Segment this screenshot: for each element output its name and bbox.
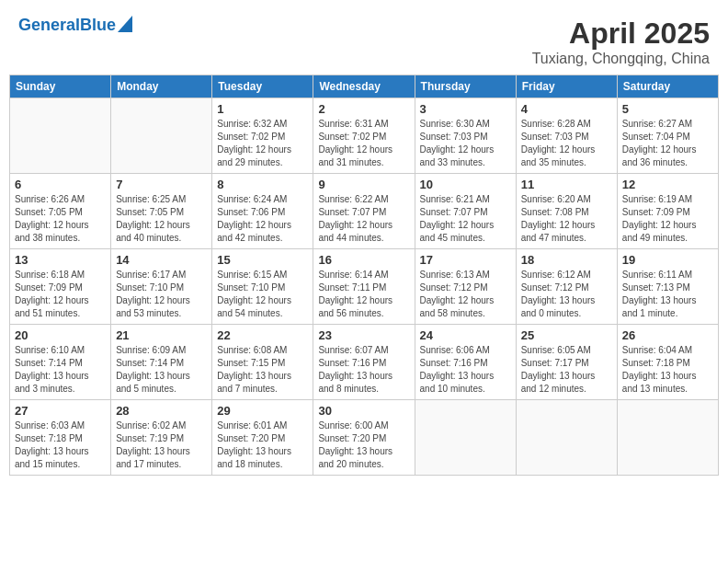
day-number: 2 — [318, 102, 409, 116]
calendar-day-cell — [10, 98, 111, 174]
calendar-week-row: 1Sunrise: 6:32 AM Sunset: 7:02 PM Daylig… — [10, 98, 719, 174]
calendar-day-cell: 30Sunrise: 6:00 AM Sunset: 7:20 PM Dayli… — [313, 400, 415, 476]
svg-marker-0 — [118, 16, 132, 32]
day-info: Sunrise: 6:21 AM Sunset: 7:07 PM Dayligh… — [420, 193, 511, 245]
day-number: 19 — [622, 253, 713, 267]
day-number: 27 — [15, 404, 106, 418]
calendar-day-cell: 22Sunrise: 6:08 AM Sunset: 7:15 PM Dayli… — [212, 325, 313, 400]
logo-general: General — [18, 16, 80, 34]
day-number: 5 — [622, 102, 713, 116]
day-info: Sunrise: 6:24 AM Sunset: 7:06 PM Dayligh… — [217, 193, 308, 245]
day-info: Sunrise: 6:30 AM Sunset: 7:03 PM Dayligh… — [420, 118, 511, 169]
day-info: Sunrise: 6:22 AM Sunset: 7:07 PM Dayligh… — [318, 193, 409, 245]
day-of-week-header: Sunday — [10, 75, 111, 98]
day-info: Sunrise: 6:01 AM Sunset: 7:20 PM Dayligh… — [217, 419, 308, 471]
calendar-day-cell: 8Sunrise: 6:24 AM Sunset: 7:06 PM Daylig… — [212, 174, 313, 249]
day-number: 3 — [420, 102, 511, 116]
day-of-week-header: Friday — [516, 75, 617, 98]
day-info: Sunrise: 6:20 AM Sunset: 7:08 PM Dayligh… — [521, 193, 612, 245]
calendar-day-cell: 21Sunrise: 6:09 AM Sunset: 7:14 PM Dayli… — [111, 325, 212, 400]
day-info: Sunrise: 6:18 AM Sunset: 7:09 PM Dayligh… — [15, 269, 106, 320]
calendar-day-cell: 28Sunrise: 6:02 AM Sunset: 7:19 PM Dayli… — [111, 400, 212, 476]
calendar-day-cell: 26Sunrise: 6:04 AM Sunset: 7:18 PM Dayli… — [617, 325, 718, 400]
calendar-day-cell: 5Sunrise: 6:27 AM Sunset: 7:04 PM Daylig… — [617, 98, 718, 174]
day-number: 4 — [521, 102, 612, 116]
day-info: Sunrise: 6:31 AM Sunset: 7:02 PM Dayligh… — [318, 118, 409, 169]
day-number: 26 — [622, 328, 713, 342]
calendar-day-cell: 3Sunrise: 6:30 AM Sunset: 7:03 PM Daylig… — [415, 98, 516, 174]
day-number: 15 — [217, 253, 308, 267]
calendar-day-cell: 7Sunrise: 6:25 AM Sunset: 7:05 PM Daylig… — [111, 174, 212, 249]
calendar-day-cell: 6Sunrise: 6:26 AM Sunset: 7:05 PM Daylig… — [10, 174, 111, 249]
calendar-week-row: 6Sunrise: 6:26 AM Sunset: 7:05 PM Daylig… — [10, 174, 719, 249]
day-of-week-header: Wednesday — [313, 75, 415, 98]
calendar-day-cell: 10Sunrise: 6:21 AM Sunset: 7:07 PM Dayli… — [415, 174, 516, 249]
day-info: Sunrise: 6:15 AM Sunset: 7:10 PM Dayligh… — [217, 269, 308, 320]
day-number: 23 — [318, 328, 409, 342]
calendar-header-row: SundayMondayTuesdayWednesdayThursdayFrid… — [10, 75, 719, 98]
calendar-day-cell: 19Sunrise: 6:11 AM Sunset: 7:13 PM Dayli… — [617, 249, 718, 325]
day-number: 1 — [217, 102, 308, 116]
day-number: 12 — [622, 178, 713, 191]
calendar-week-row: 20Sunrise: 6:10 AM Sunset: 7:14 PM Dayli… — [10, 325, 719, 400]
day-info: Sunrise: 6:03 AM Sunset: 7:18 PM Dayligh… — [15, 419, 106, 471]
day-number: 24 — [420, 328, 511, 342]
day-info: Sunrise: 6:28 AM Sunset: 7:03 PM Dayligh… — [521, 118, 612, 169]
day-info: Sunrise: 6:06 AM Sunset: 7:16 PM Dayligh… — [420, 344, 511, 396]
day-info: Sunrise: 6:05 AM Sunset: 7:17 PM Dayligh… — [521, 344, 612, 396]
day-number: 18 — [521, 253, 612, 267]
calendar-day-cell — [111, 98, 212, 174]
day-info: Sunrise: 6:27 AM Sunset: 7:04 PM Dayligh… — [622, 118, 713, 169]
calendar-week-row: 27Sunrise: 6:03 AM Sunset: 7:18 PM Dayli… — [10, 400, 719, 476]
calendar-week-row: 13Sunrise: 6:18 AM Sunset: 7:09 PM Dayli… — [10, 249, 719, 325]
calendar-day-cell: 25Sunrise: 6:05 AM Sunset: 7:17 PM Dayli… — [516, 325, 617, 400]
day-number: 17 — [420, 253, 511, 267]
day-number: 25 — [521, 328, 612, 342]
day-number: 13 — [15, 253, 106, 267]
day-number: 8 — [217, 178, 308, 191]
day-info: Sunrise: 6:32 AM Sunset: 7:02 PM Dayligh… — [217, 118, 308, 169]
logo-text: GeneralBlue — [18, 17, 116, 35]
day-number: 10 — [420, 178, 511, 191]
day-info: Sunrise: 6:17 AM Sunset: 7:10 PM Dayligh… — [116, 269, 207, 320]
calendar-day-cell: 27Sunrise: 6:03 AM Sunset: 7:18 PM Dayli… — [10, 400, 111, 476]
calendar-day-cell — [415, 400, 516, 476]
day-info: Sunrise: 6:19 AM Sunset: 7:09 PM Dayligh… — [622, 193, 713, 245]
logo-icon — [118, 14, 132, 32]
day-number: 16 — [318, 253, 409, 267]
day-info: Sunrise: 6:07 AM Sunset: 7:16 PM Dayligh… — [318, 344, 409, 396]
day-number: 7 — [116, 178, 207, 191]
day-info: Sunrise: 6:04 AM Sunset: 7:18 PM Dayligh… — [622, 344, 713, 396]
day-number: 22 — [217, 328, 308, 342]
calendar-day-cell: 1Sunrise: 6:32 AM Sunset: 7:02 PM Daylig… — [212, 98, 313, 174]
logo: GeneralBlue — [18, 17, 132, 35]
day-info: Sunrise: 6:14 AM Sunset: 7:11 PM Dayligh… — [318, 269, 409, 320]
calendar-day-cell: 2Sunrise: 6:31 AM Sunset: 7:02 PM Daylig… — [313, 98, 415, 174]
day-number: 21 — [116, 328, 207, 342]
day-info: Sunrise: 6:25 AM Sunset: 7:05 PM Dayligh… — [116, 193, 207, 245]
calendar-day-cell: 14Sunrise: 6:17 AM Sunset: 7:10 PM Dayli… — [111, 249, 212, 325]
calendar-day-cell — [617, 400, 718, 476]
day-info: Sunrise: 6:26 AM Sunset: 7:05 PM Dayligh… — [15, 193, 106, 245]
calendar-table: SundayMondayTuesdayWednesdayThursdayFrid… — [9, 75, 719, 476]
calendar-day-cell: 18Sunrise: 6:12 AM Sunset: 7:12 PM Dayli… — [516, 249, 617, 325]
day-info: Sunrise: 6:13 AM Sunset: 7:12 PM Dayligh… — [420, 269, 511, 320]
day-number: 28 — [116, 404, 207, 418]
calendar-day-cell: 13Sunrise: 6:18 AM Sunset: 7:09 PM Dayli… — [10, 249, 111, 325]
calendar-day-cell: 15Sunrise: 6:15 AM Sunset: 7:10 PM Dayli… — [212, 249, 313, 325]
day-of-week-header: Saturday — [617, 75, 718, 98]
day-number: 14 — [116, 253, 207, 267]
day-info: Sunrise: 6:00 AM Sunset: 7:20 PM Dayligh… — [318, 419, 409, 471]
day-number: 6 — [15, 178, 106, 191]
calendar-day-cell: 29Sunrise: 6:01 AM Sunset: 7:20 PM Dayli… — [212, 400, 313, 476]
page-header: GeneralBlue April 2025 Tuxiang, Chongqin… — [9, 9, 719, 71]
day-info: Sunrise: 6:09 AM Sunset: 7:14 PM Dayligh… — [116, 344, 207, 396]
day-info: Sunrise: 6:02 AM Sunset: 7:19 PM Dayligh… — [116, 419, 207, 471]
day-number: 9 — [318, 178, 409, 191]
calendar-day-cell: 9Sunrise: 6:22 AM Sunset: 7:07 PM Daylig… — [313, 174, 415, 249]
day-of-week-header: Monday — [111, 75, 212, 98]
day-number: 29 — [217, 404, 308, 418]
calendar-day-cell: 23Sunrise: 6:07 AM Sunset: 7:16 PM Dayli… — [313, 325, 415, 400]
day-of-week-header: Thursday — [415, 75, 516, 98]
calendar-day-cell: 16Sunrise: 6:14 AM Sunset: 7:11 PM Dayli… — [313, 249, 415, 325]
